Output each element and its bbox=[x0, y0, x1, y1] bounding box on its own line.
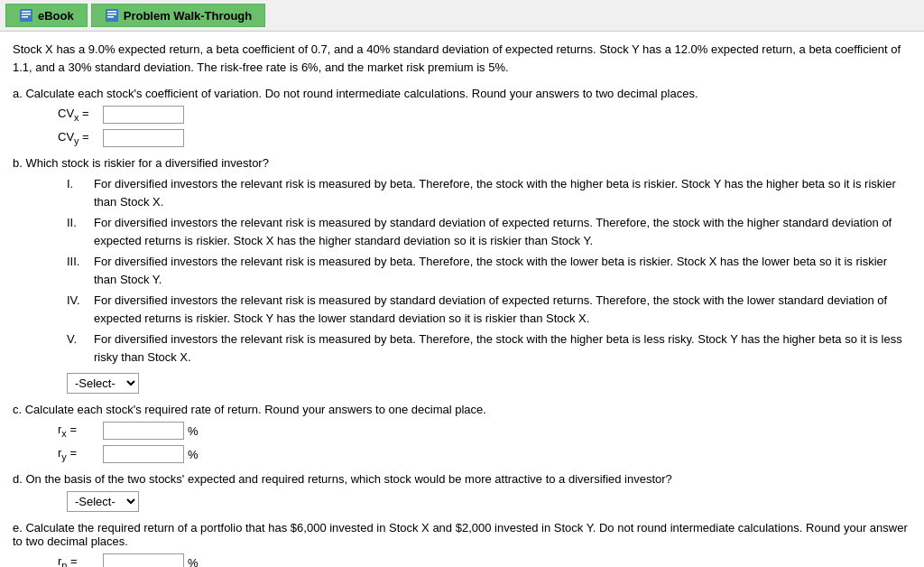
rp-input[interactable] bbox=[103, 553, 184, 567]
rp-unit: % bbox=[188, 556, 199, 568]
section-d: d. On the basis of the two stocks' expec… bbox=[13, 472, 911, 512]
cvx-input[interactable] bbox=[103, 106, 184, 124]
option-b-v-num: V. bbox=[67, 330, 94, 349]
section-c-label: c. Calculate each stock's required rate … bbox=[13, 403, 911, 416]
svg-rect-2 bbox=[22, 14, 31, 15]
section-a: a. Calculate each stock's coefficient of… bbox=[13, 87, 911, 147]
option-b-iii-text: For diversified investors the relevant r… bbox=[94, 253, 911, 288]
toolbar: eBook Problem Walk-Through bbox=[0, 0, 924, 32]
option-b-i-text: For diversified investors the relevant r… bbox=[94, 175, 911, 210]
section-b: b. Which stock is riskier for a diversif… bbox=[13, 156, 911, 394]
ry-row: ry = % bbox=[58, 445, 911, 463]
option-b-iv: IV. For diversified investors the releva… bbox=[67, 292, 911, 327]
ebook-icon bbox=[19, 8, 33, 23]
cvx-label: CVx = bbox=[58, 107, 103, 123]
walkthrough-tab[interactable]: Problem Walk-Through bbox=[91, 4, 266, 27]
cvy-input[interactable] bbox=[103, 129, 184, 147]
section-c: c. Calculate each stock's required rate … bbox=[13, 403, 911, 463]
option-b-ii-text: For diversified investors the relevant r… bbox=[94, 214, 911, 249]
ry-input[interactable] bbox=[103, 445, 184, 463]
svg-rect-1 bbox=[22, 11, 31, 13]
section-d-label: d. On the basis of the two stocks' expec… bbox=[13, 472, 911, 486]
section-b-select-container: -Select- I II III IV V bbox=[67, 373, 911, 394]
cvy-row: CVy = bbox=[58, 129, 911, 147]
rp-label: rp = bbox=[58, 554, 103, 567]
option-b-i-num: I. bbox=[67, 175, 94, 193]
option-b-iv-text: For diversified investors the relevant r… bbox=[94, 292, 911, 327]
section-e-label: e. Calculate the required return of a po… bbox=[13, 521, 911, 548]
ebook-tab[interactable]: eBook bbox=[5, 4, 88, 27]
section-a-label: a. Calculate each stock's coefficient of… bbox=[13, 87, 911, 100]
option-b-iii-num: III. bbox=[67, 253, 94, 271]
walkthrough-icon bbox=[105, 8, 119, 23]
section-b-select[interactable]: -Select- I II III IV V bbox=[67, 373, 139, 394]
option-b-ii-num: II. bbox=[67, 214, 94, 232]
rx-unit: % bbox=[188, 424, 199, 438]
intro-paragraph: Stock X has a 9.0% expected return, a be… bbox=[13, 41, 911, 76]
svg-rect-6 bbox=[107, 14, 116, 15]
rx-row: rx = % bbox=[58, 422, 911, 440]
rp-row: rp = % bbox=[58, 553, 911, 567]
option-b-iii: III. For diversified investors the relev… bbox=[67, 253, 911, 288]
ry-label: ry = bbox=[58, 446, 103, 462]
option-b-ii: II. For diversified investors the releva… bbox=[67, 214, 911, 249]
walkthrough-label: Problem Walk-Through bbox=[124, 9, 253, 23]
rx-input[interactable] bbox=[103, 422, 184, 440]
option-b-v: V. For diversified investors the relevan… bbox=[67, 330, 911, 366]
ry-unit: % bbox=[188, 448, 199, 461]
section-d-select-container: -Select- Stock X Stock Y bbox=[67, 491, 911, 512]
option-b-iv-num: IV. bbox=[67, 292, 94, 310]
cvy-label: CVy = bbox=[58, 130, 103, 146]
svg-rect-7 bbox=[107, 16, 114, 18]
svg-rect-3 bbox=[22, 16, 28, 18]
option-b-v-text: For diversified investors the relevant r… bbox=[94, 330, 911, 366]
main-content: Stock X has a 9.0% expected return, a be… bbox=[0, 32, 924, 567]
section-d-select[interactable]: -Select- Stock X Stock Y bbox=[67, 491, 139, 512]
section-e: e. Calculate the required return of a po… bbox=[13, 521, 911, 567]
section-b-options: I. For diversified investors the relevan… bbox=[67, 175, 911, 366]
svg-rect-5 bbox=[107, 11, 116, 13]
rx-label: rx = bbox=[58, 423, 103, 439]
cvx-row: CVx = bbox=[58, 106, 911, 124]
ebook-label: eBook bbox=[38, 9, 74, 23]
section-b-label: b. Which stock is riskier for a diversif… bbox=[13, 156, 911, 170]
option-b-i: I. For diversified investors the relevan… bbox=[67, 175, 911, 210]
